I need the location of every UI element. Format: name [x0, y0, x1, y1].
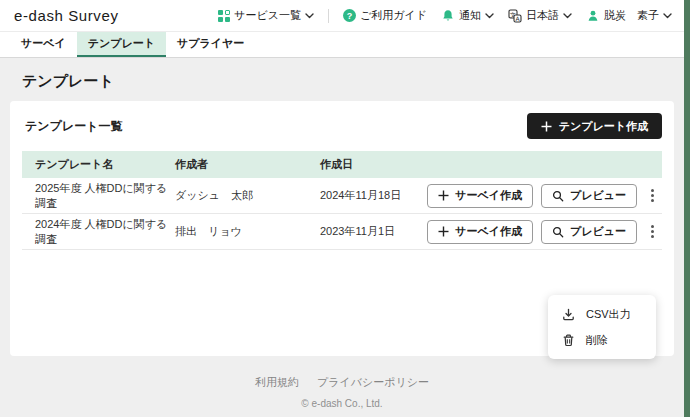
plus-icon [438, 226, 449, 237]
chevron-down-icon [663, 13, 672, 19]
guide-label: ご利用ガイド [360, 8, 427, 23]
row-context-menu: CSV出力 削除 [548, 295, 656, 359]
tab-survey[interactable]: サーベイ [10, 32, 77, 57]
footer-links: 利用規約 プライバシーポリシー [0, 375, 684, 390]
top-navigation: サービス一覧 ? ご利用ガイド 通知 文A 日本語 [218, 8, 672, 23]
services-menu[interactable]: サービス一覧 [218, 8, 314, 23]
plus-icon [541, 121, 552, 132]
search-icon [552, 190, 564, 202]
user-name: 脱炭 素子 [604, 8, 659, 23]
create-template-label: テンプレート作成 [559, 119, 648, 134]
template-name: 2024年度 人権DDに関する調査 [35, 217, 175, 247]
notifications-label: 通知 [459, 8, 481, 23]
template-name: 2025年度 人権DDに関する調査 [35, 181, 175, 211]
template-creator: 排出 リョウ [175, 224, 320, 239]
privacy-policy-link[interactable]: プライバシーポリシー [317, 375, 429, 390]
trash-icon [562, 334, 575, 347]
row-actions: サーベイ作成 プレビュー [427, 220, 662, 244]
tab-template[interactable]: テンプレート [77, 32, 166, 57]
delete-label: 削除 [586, 333, 608, 348]
plus-icon [438, 190, 449, 201]
language-label: 日本語 [526, 8, 559, 23]
translate-icon: 文A [508, 9, 522, 23]
chevron-down-icon [563, 13, 572, 19]
row-actions: サーベイ作成 プレビュー [427, 184, 662, 208]
panel-header: テンプレート一覧 テンプレート作成 [22, 113, 662, 139]
preview-button[interactable]: プレビュー [541, 184, 637, 208]
app-window: e-dash Survey サービス一覧 ? ご利用ガイド 通知 [0, 0, 690, 417]
chevron-down-icon [485, 13, 494, 19]
csv-export-menu-item[interactable]: CSV出力 [548, 301, 656, 327]
delete-menu-item[interactable]: 削除 [548, 327, 656, 353]
topnav-divider [328, 9, 329, 23]
preview-label: プレビュー [570, 224, 626, 239]
services-menu-label: サービス一覧 [234, 8, 301, 23]
table-row: 2024年度 人権DDに関する調査 排出 リョウ 2023年11月1日 サーベイ… [22, 214, 662, 250]
template-creator: ダッシュ 太郎 [175, 188, 320, 203]
column-header-date: 作成日 [320, 157, 662, 172]
help-icon: ? [343, 9, 356, 22]
create-template-button[interactable]: テンプレート作成 [527, 113, 662, 139]
template-date: 2023年11月1日 [320, 224, 427, 239]
page-footer: 利用規約 プライバシーポリシー © e-dash Co., Ltd. [0, 363, 684, 417]
csv-export-label: CSV出力 [586, 307, 631, 322]
search-icon [552, 226, 564, 238]
right-edge-strip [684, 0, 690, 417]
row-more-menu-button[interactable] [645, 185, 660, 206]
table-row: 2025年度 人権DDに関する調査 ダッシュ 太郎 2024年11月18日 サー… [22, 178, 662, 214]
create-survey-label: サーベイ作成 [455, 188, 522, 203]
app-main: e-dash Survey サービス一覧 ? ご利用ガイド 通知 [0, 0, 684, 417]
panel-heading: テンプレート一覧 [25, 118, 122, 135]
download-icon [562, 308, 575, 321]
notifications-menu[interactable]: 通知 [441, 8, 494, 23]
user-menu[interactable]: 脱炭 素子 [586, 8, 672, 23]
tab-supplier[interactable]: サプライヤー [166, 32, 255, 57]
template-date: 2024年11月18日 [320, 188, 427, 203]
copyright-text: © e-dash Co., Ltd. [0, 398, 684, 409]
create-survey-label: サーベイ作成 [455, 224, 522, 239]
preview-button[interactable]: プレビュー [541, 220, 637, 244]
language-menu[interactable]: 文A 日本語 [508, 8, 572, 23]
column-header-creator: 作成者 [175, 157, 320, 172]
template-table: テンプレート名 作成者 作成日 2025年度 人権DDに関する調査 ダッシュ 太… [22, 151, 662, 250]
create-survey-button[interactable]: サーベイ作成 [427, 220, 533, 244]
table-header-row: テンプレート名 作成者 作成日 [22, 151, 662, 178]
chevron-down-icon [305, 13, 314, 19]
column-header-name: テンプレート名 [35, 157, 175, 172]
main-content: テンプレート テンプレート一覧 テンプレート作成 テンプレート名 作成者 作成日 [0, 58, 684, 363]
user-icon [586, 9, 600, 23]
bell-icon [441, 9, 455, 23]
main-tabbar: サーベイ テンプレート サプライヤー [0, 32, 684, 58]
page-title: テンプレート [22, 72, 674, 91]
guide-link[interactable]: ? ご利用ガイド [343, 8, 427, 23]
preview-label: プレビュー [570, 188, 626, 203]
app-logo[interactable]: e-dash Survey [14, 7, 119, 24]
row-more-menu-button[interactable] [645, 221, 660, 242]
topbar: e-dash Survey サービス一覧 ? ご利用ガイド 通知 [0, 0, 684, 32]
create-survey-button[interactable]: サーベイ作成 [427, 184, 533, 208]
services-grid-icon [218, 10, 230, 22]
terms-link[interactable]: 利用規約 [255, 375, 299, 390]
